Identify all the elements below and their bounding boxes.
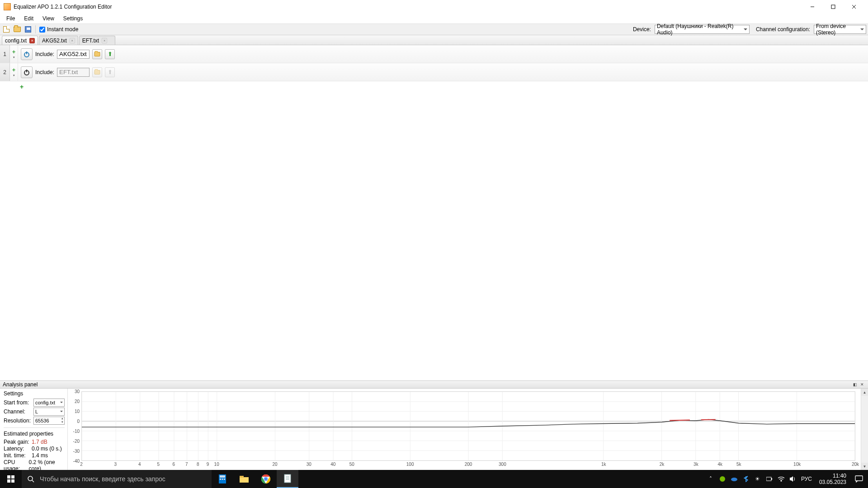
tray-chevron-icon[interactable]: ˄ bbox=[707, 475, 714, 483]
taskbar-app-calculator[interactable] bbox=[212, 470, 233, 488]
tab-akg52[interactable]: AKG52.txt × bbox=[39, 36, 78, 45]
save-file-button[interactable] bbox=[24, 25, 33, 34]
tab-config[interactable]: config.txt × bbox=[2, 36, 38, 45]
save-file-icon bbox=[25, 26, 31, 33]
power-icon[interactable] bbox=[766, 475, 773, 483]
chevron-down-icon: ▾ bbox=[13, 74, 15, 77]
taskbar-app-chrome[interactable] bbox=[255, 470, 277, 488]
menubar: File Edit View Settings bbox=[0, 14, 868, 23]
tab-label: config.txt bbox=[5, 38, 27, 44]
svg-rect-56 bbox=[284, 474, 291, 483]
tab-close-icon[interactable]: × bbox=[29, 38, 35, 43]
analysis-undock-button[interactable]: ◧ bbox=[852, 381, 858, 388]
taskbar-search[interactable]: Чтобы начать поиск, введите здесь запрос bbox=[22, 470, 212, 488]
search-icon bbox=[22, 475, 40, 483]
include-label: Include: bbox=[35, 69, 54, 75]
system-tray[interactable]: ˄ ☀ РУС bbox=[703, 475, 816, 483]
resolution-value: 65536 bbox=[35, 418, 49, 423]
menu-settings[interactable]: Settings bbox=[60, 14, 86, 23]
windows-icon bbox=[7, 475, 14, 483]
x-tick: 6 bbox=[172, 462, 175, 467]
resolution-spin[interactable]: 65536 bbox=[33, 417, 65, 425]
onedrive-icon[interactable] bbox=[731, 475, 738, 483]
x-tick: 2 bbox=[80, 462, 83, 467]
folder-icon bbox=[94, 70, 100, 75]
browse-button[interactable] bbox=[92, 49, 102, 59]
analysis-chart: 3020100-10-20-30-40 23456789102030405010… bbox=[68, 389, 861, 470]
open-in-editor-button[interactable]: ⬆ bbox=[105, 49, 115, 59]
y-tick: 10 bbox=[75, 409, 80, 414]
channel-config-select[interactable]: From device (Stereo) bbox=[814, 25, 866, 34]
analysis-scrollbar[interactable]: ▲ ▼ bbox=[861, 389, 868, 470]
tab-close-icon[interactable]: × bbox=[102, 38, 107, 43]
maximize-button[interactable] bbox=[823, 0, 844, 14]
latency-value: 0.0 ms (0 s.) bbox=[32, 446, 62, 452]
add-row[interactable]: + bbox=[0, 81, 868, 92]
volume-icon[interactable] bbox=[789, 475, 797, 483]
start-from-value: config.txt bbox=[35, 400, 55, 405]
scroll-down-icon[interactable]: ▼ bbox=[861, 463, 868, 470]
browse-button[interactable] bbox=[92, 67, 102, 77]
toolbar-separator bbox=[35, 25, 36, 33]
x-tick: 3k bbox=[693, 462, 698, 467]
taskbar-app-notepad[interactable] bbox=[277, 470, 298, 488]
channel-select[interactable]: L bbox=[33, 408, 65, 416]
nvidia-icon[interactable] bbox=[719, 475, 726, 483]
scroll-up-icon[interactable]: ▲ bbox=[861, 389, 868, 396]
open-file-icon bbox=[14, 27, 21, 32]
svg-rect-48 bbox=[222, 479, 223, 480]
input-language[interactable]: РУС bbox=[801, 476, 812, 482]
taskbar: Чтобы начать поиск, введите здесь запрос… bbox=[0, 470, 868, 488]
menu-view[interactable]: View bbox=[39, 14, 58, 23]
analysis-settings: Settings Start from:config.txt Channel:L… bbox=[0, 389, 68, 470]
analysis-close-button[interactable]: ✕ bbox=[859, 381, 865, 388]
chart-plot[interactable] bbox=[81, 391, 855, 461]
close-button[interactable] bbox=[844, 0, 864, 14]
power-toggle[interactable] bbox=[21, 66, 33, 78]
open-in-editor-button[interactable]: ⬆ bbox=[105, 67, 115, 77]
open-file-button[interactable] bbox=[13, 25, 22, 34]
start-button[interactable] bbox=[0, 470, 22, 488]
start-from-select[interactable]: config.txt bbox=[33, 399, 65, 407]
svg-point-64 bbox=[781, 480, 782, 481]
arrow-up-icon: ⬆ bbox=[108, 51, 113, 57]
tab-eft[interactable]: EFT.txt × bbox=[79, 36, 115, 45]
x-tick: 8 bbox=[197, 462, 199, 467]
resolution-label: Resolution: bbox=[4, 418, 32, 424]
x-tick: 200 bbox=[465, 462, 472, 467]
device-select[interactable]: Default (Наушники - Realtek(R) Audio) bbox=[655, 25, 750, 34]
row-number[interactable]: 2 bbox=[0, 63, 10, 81]
folder-icon bbox=[94, 52, 100, 56]
row-add-column[interactable]: +▾ bbox=[10, 63, 18, 81]
x-tick: 2k bbox=[660, 462, 665, 467]
include-file-input[interactable] bbox=[57, 68, 90, 77]
power-toggle[interactable] bbox=[21, 48, 33, 60]
bluetooth-icon[interactable] bbox=[742, 475, 750, 483]
svg-line-44 bbox=[32, 480, 34, 482]
init-time-label: Init. time: bbox=[4, 452, 32, 459]
include-file-input[interactable] bbox=[57, 50, 90, 59]
svg-rect-39 bbox=[7, 475, 10, 479]
wifi-icon[interactable] bbox=[778, 475, 785, 483]
instant-mode-checkbox[interactable]: Instant mode bbox=[39, 26, 78, 33]
brightness-icon[interactable]: ☀ bbox=[754, 475, 761, 483]
action-center-button[interactable] bbox=[850, 470, 868, 488]
x-tick: 5 bbox=[157, 462, 160, 467]
settings-heading: Settings bbox=[4, 390, 65, 397]
taskbar-clock[interactable]: 11:40 03.05.2023 bbox=[816, 473, 850, 485]
tab-label: EFT.txt bbox=[82, 38, 99, 44]
menu-file[interactable]: File bbox=[3, 14, 19, 23]
tab-label: AKG52.txt bbox=[42, 38, 67, 44]
minimize-button[interactable] bbox=[802, 0, 823, 14]
new-file-button[interactable] bbox=[2, 25, 11, 34]
svg-point-61 bbox=[731, 478, 737, 481]
taskbar-app-explorer[interactable] bbox=[233, 470, 255, 488]
chevron-down-icon: ▾ bbox=[13, 56, 15, 59]
instant-mode-input[interactable] bbox=[39, 27, 45, 33]
tab-close-icon[interactable]: × bbox=[70, 38, 75, 43]
menu-edit[interactable]: Edit bbox=[20, 14, 37, 23]
svg-rect-63 bbox=[771, 478, 772, 480]
row-number[interactable]: 1 bbox=[0, 45, 10, 63]
x-tick: 10 bbox=[214, 462, 219, 467]
row-add-column[interactable]: +▾ bbox=[10, 45, 18, 63]
